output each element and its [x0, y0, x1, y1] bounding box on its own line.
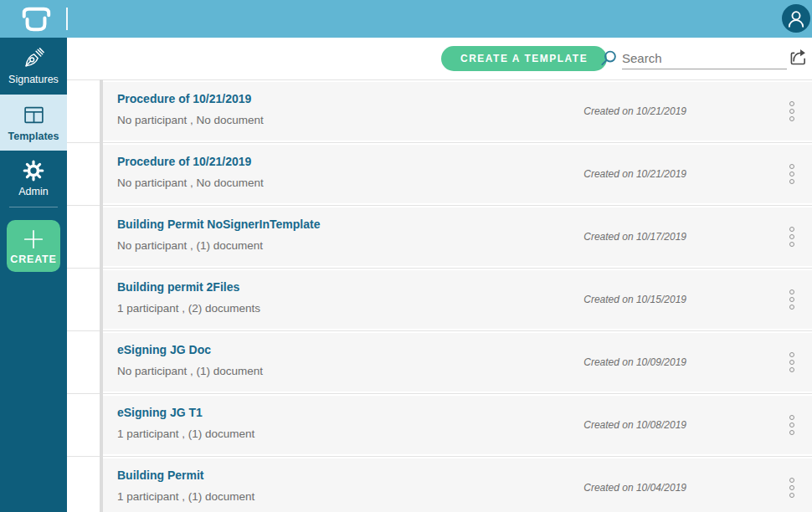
- row-options-button[interactable]: [785, 351, 799, 374]
- user-icon: [785, 8, 807, 29]
- template-created-date: Created on 10/04/2019: [583, 482, 686, 494]
- template-row: eSigning JG Doc No participant , (1) doc…: [67, 330, 812, 393]
- kebab-menu-icon: [789, 430, 794, 435]
- template-title-link[interactable]: Building permit 2Files: [117, 280, 239, 294]
- sidebar-item-admin[interactable]: Admin: [0, 151, 67, 207]
- template-row-card: Building Permit 1 participant , (1) docu…: [103, 458, 812, 512]
- toolbar: CREATE A TEMPLATE: [67, 38, 812, 79]
- kebab-menu-icon: [789, 179, 794, 184]
- plus-icon: [22, 228, 45, 251]
- template-title-link[interactable]: eSigning JG T1: [117, 406, 203, 419]
- create-a-template-button[interactable]: CREATE A TEMPLATE: [441, 46, 607, 71]
- template-created-date: Created on 10/21/2019: [583, 168, 686, 180]
- template-details: 1 participant , (1) document: [117, 428, 254, 440]
- template-details: No participant , (1) document: [117, 239, 263, 252]
- template-row-card: eSigning JG T1 1 participant , (1) docum…: [103, 396, 812, 454]
- template-list: Procedure of 10/21/2019 No participant ,…: [67, 79, 812, 512]
- template-row-card: Building permit 2Files 1 participant , (…: [103, 270, 812, 329]
- template-details: No participant , No document: [117, 114, 264, 126]
- row-options-button[interactable]: [785, 476, 799, 499]
- template-created-date: Created on 10/08/2019: [583, 419, 686, 431]
- template-created-date: Created on 10/15/2019: [583, 294, 686, 305]
- kebab-menu-icon: [789, 352, 794, 357]
- kebab-menu-icon: [789, 289, 794, 294]
- templates-icon: [23, 104, 45, 126]
- template-row-card: eSigning JG Doc No participant , (1) doc…: [103, 333, 812, 392]
- template-details: No participant , (1) document: [117, 365, 263, 377]
- kebab-menu-icon: [789, 367, 794, 372]
- create-button-label: CREATE: [10, 253, 56, 265]
- sidebar-item-label: Signatures: [8, 74, 59, 85]
- kebab-menu-icon: [789, 493, 794, 498]
- template-row: Building permit 2Files 1 participant , (…: [67, 268, 812, 330]
- share-button[interactable]: [786, 46, 809, 69]
- template-row: Building Permit NoSignerInTemplate No pa…: [67, 205, 812, 268]
- sidebar-item-signatures[interactable]: Signatures: [0, 38, 67, 95]
- template-title-link[interactable]: Procedure of 10/21/2019: [117, 155, 251, 168]
- row-options-button[interactable]: [785, 413, 799, 437]
- template-details: 1 participant , (2) documents: [117, 302, 260, 315]
- template-row: Procedure of 10/21/2019 No participant ,…: [67, 142, 812, 205]
- kebab-menu-icon: [789, 227, 794, 232]
- template-title-link[interactable]: Building Permit: [117, 468, 203, 482]
- sidebar-divider: [9, 207, 58, 207]
- template-created-date: Created on 10/17/2019: [583, 231, 686, 243]
- template-title-link[interactable]: Procedure of 10/21/2019: [117, 92, 251, 105]
- gear-icon: [23, 160, 44, 182]
- brand-logo-icon[interactable]: [18, 3, 54, 35]
- sidebar: Signatures Templates Admin: [0, 38, 67, 512]
- template-row-card: Procedure of 10/21/2019 No participant ,…: [103, 82, 812, 141]
- pen-nib-icon: [23, 47, 45, 69]
- kebab-menu-icon: [789, 164, 794, 169]
- sidebar-item-label: Admin: [18, 186, 48, 197]
- template-created-date: Created on 10/09/2019: [583, 356, 686, 368]
- row-options-button[interactable]: [785, 288, 799, 311]
- sidebar-item-label: Templates: [8, 131, 59, 142]
- kebab-menu-icon: [789, 242, 794, 247]
- kebab-menu-icon: [789, 116, 794, 121]
- search-icon: [599, 49, 619, 68]
- share-icon: [787, 46, 809, 68]
- template-details: No participant , No document: [117, 177, 264, 189]
- template-title-link[interactable]: eSigning JG Doc: [117, 343, 211, 356]
- kebab-menu-icon: [789, 485, 794, 490]
- template-row: Procedure of 10/21/2019 No participant ,…: [67, 79, 812, 142]
- row-options-button[interactable]: [785, 100, 799, 123]
- topbar-divider: [66, 8, 68, 30]
- kebab-menu-icon: [789, 478, 794, 483]
- kebab-menu-icon: [789, 297, 794, 302]
- kebab-menu-icon: [789, 360, 794, 365]
- user-avatar-button[interactable]: [782, 4, 810, 33]
- kebab-menu-icon: [789, 109, 794, 114]
- sidebar-item-templates[interactable]: Templates: [0, 95, 67, 151]
- template-details: 1 participant , (1) document: [117, 490, 254, 503]
- search-input[interactable]: [622, 47, 787, 69]
- kebab-menu-icon: [789, 101, 794, 106]
- kebab-menu-icon: [789, 422, 794, 428]
- template-created-date: Created on 10/21/2019: [583, 105, 686, 117]
- main-content: CREATE A TEMPLATE Procedure of 10/21/201…: [67, 38, 812, 512]
- template-title-link[interactable]: Building Permit NoSignerInTemplate: [117, 218, 320, 231]
- kebab-menu-icon: [789, 415, 794, 420]
- row-options-button[interactable]: [785, 162, 799, 186]
- template-row: eSigning JG T1 1 participant , (1) docum…: [67, 393, 812, 456]
- template-row-card: Procedure of 10/21/2019 No participant ,…: [103, 145, 812, 203]
- topbar: [0, 0, 812, 38]
- create-button[interactable]: CREATE: [7, 220, 60, 272]
- kebab-menu-icon: [789, 172, 794, 177]
- template-row: Building Permit 1 participant , (1) docu…: [67, 456, 812, 512]
- app-window: Signatures Templates Admin: [0, 0, 812, 512]
- kebab-menu-icon: [789, 305, 794, 310]
- row-options-button[interactable]: [785, 225, 799, 248]
- template-row-card: Building Permit NoSignerInTemplate No pa…: [103, 207, 812, 266]
- kebab-menu-icon: [789, 234, 794, 239]
